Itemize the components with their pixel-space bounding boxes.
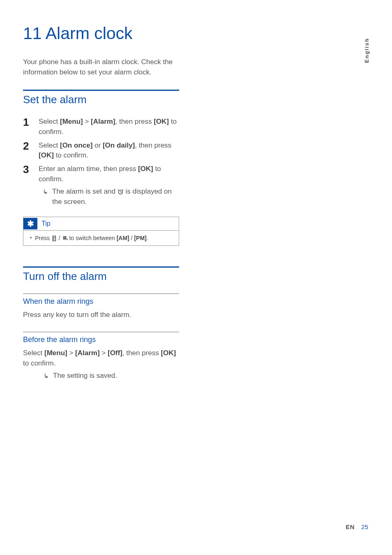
step-result: ↳ The alarm is set and is displayed on t… [39, 187, 179, 207]
manual-page: English 11 Alarm clock Your phone has a … [0, 0, 392, 555]
step-result: ↳ The setting is saved. [23, 371, 179, 381]
alarm-label: [Alarm] [91, 118, 115, 125]
text: > [67, 349, 75, 357]
page-footer: EN 25 [346, 523, 368, 530]
text: to switch between [68, 235, 117, 241]
tip-body: • Press / to switch between [AM] / [PM]. [23, 231, 179, 245]
text: to confirm. [54, 151, 88, 159]
text: Select [39, 118, 60, 125]
svg-point-1 [54, 238, 55, 238]
ok-label: [OK] [154, 118, 169, 125]
chapter-name: Alarm clock [46, 24, 133, 43]
step-number: 1 [23, 117, 31, 137]
footer-lang: EN [346, 523, 355, 530]
footer-page-number: 25 [361, 523, 368, 530]
step-number: 3 [23, 164, 31, 207]
redial-icon [62, 236, 68, 241]
section-turn-off-title: Turn off the alarm [23, 270, 179, 283]
alarm-clock-icon [118, 189, 124, 195]
content-column: 11 Alarm clock Your phone has a built-in… [23, 25, 179, 381]
intro-paragraph: Your phone has a built-in alarm clock. C… [23, 57, 179, 77]
step-2: 2 Select [On once] or [On daily], then p… [23, 141, 179, 161]
result-arrow-icon: ↳ [44, 371, 49, 381]
result-arrow-icon: ↳ [43, 187, 48, 207]
text: . [147, 235, 148, 241]
text: / [129, 235, 134, 241]
text: The alarm is set and [52, 187, 118, 195]
tip-text: Press / to switch between [AM] / [PM]. [35, 235, 148, 241]
subsection-divider [23, 332, 179, 332]
off-label: [Off] [108, 349, 122, 357]
subsection-when-rings: When the alarm rings Press any key to tu… [23, 294, 179, 320]
subsection-body: Press any key to turn off the alarm. [23, 310, 179, 320]
chapter-title: 11 Alarm clock [23, 25, 179, 42]
pm-label: [PM] [134, 235, 146, 241]
result-text: The setting is saved. [53, 371, 179, 381]
language-tab: English [364, 38, 370, 63]
bullet-icon: • [30, 235, 32, 241]
text: to confirm. [23, 359, 55, 367]
ok-label: [OK] [138, 165, 153, 173]
result-text: The alarm is set and is displayed on the… [52, 187, 179, 207]
tip-header: ✱ Tip [23, 217, 179, 231]
alarm-label: [Alarm] [75, 349, 100, 357]
text: , then press [122, 349, 161, 357]
menu-label: [Menu] [60, 118, 83, 125]
tip-label: Tip [42, 220, 51, 227]
subsection-title: Before the alarm rings [23, 335, 179, 344]
chapter-number: 11 [23, 24, 42, 43]
text: > [100, 349, 108, 357]
step-number: 2 [23, 141, 31, 161]
am-label: [AM] [117, 235, 129, 241]
step-1: 1 Select [Menu] > [Alarm], then press [O… [23, 117, 179, 137]
steps-list: 1 Select [Menu] > [Alarm], then press [O… [23, 117, 179, 207]
text: Select [23, 349, 44, 357]
section-set-alarm-title: Set the alarm [23, 93, 179, 106]
tip-asterisk-icon: ✱ [23, 218, 37, 229]
ok-label: [OK] [39, 151, 54, 159]
text: Select [39, 141, 60, 149]
text: or [92, 141, 103, 149]
ok-label: [OK] [161, 349, 176, 357]
on-once-label: [On once] [60, 141, 92, 149]
section-divider [23, 266, 179, 268]
subsection-body: Select [Menu] > [Alarm] > [Off], then pr… [23, 348, 179, 368]
step-3: 3 Enter an alarm time, then press [OK] t… [23, 164, 179, 207]
step-body: Enter an alarm time, then press [OK] to … [39, 164, 179, 207]
text: > [83, 118, 91, 125]
section-divider [23, 90, 179, 91]
text: , then press [135, 141, 171, 149]
step-body: Select [On once] or [On daily], then pre… [39, 141, 179, 161]
text: Press [35, 235, 51, 241]
subsection-divider [23, 294, 179, 294]
subsection-before-rings: Before the alarm rings Select [Menu] > [… [23, 332, 179, 381]
text: Enter an alarm time, then press [39, 165, 138, 173]
on-daily-label: [On daily] [103, 141, 135, 149]
menu-label: [Menu] [44, 349, 67, 357]
text: / [57, 235, 62, 241]
text: , then press [115, 118, 154, 125]
phonebook-icon [51, 236, 57, 241]
step-body: Select [Menu] > [Alarm], then press [OK]… [39, 117, 179, 137]
tip-callout: ✱ Tip • Press / to switch between [AM] /… [23, 217, 179, 246]
subsection-title: When the alarm rings [23, 297, 179, 306]
